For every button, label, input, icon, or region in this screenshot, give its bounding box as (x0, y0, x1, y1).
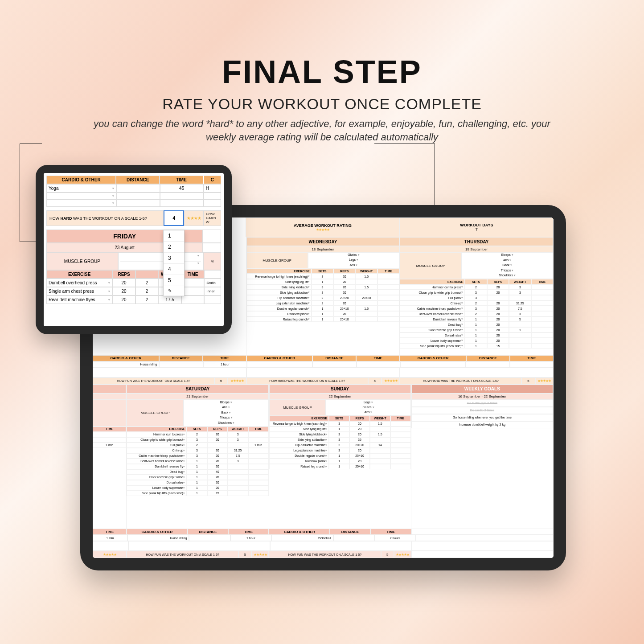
dropdown-option[interactable]: 5 (164, 275, 184, 286)
time-hdr: TIME (377, 268, 399, 274)
exercise-row[interactable]: Cable machine tricep pushdown ▾3207.5 (400, 306, 553, 311)
dropdown-option[interactable]: 4 (164, 264, 184, 275)
exercise-row[interactable]: Rear delt machine flyes▾ 20217.5 (46, 295, 221, 304)
exercise-partial: Inner (204, 287, 221, 295)
muscle-group[interactable]: Back ▾ (462, 263, 553, 268)
cardio-hdr: CARDIO & OTHER (46, 176, 116, 184)
hero-title: FINAL STEP (0, 53, 644, 90)
rating-stars: ★★★★★ (394, 551, 411, 558)
exercise-row[interactable]: Side plank hip lifts (each side) ▾115 (127, 491, 268, 496)
weight-hdr: WEIGHT (370, 416, 390, 421)
time-hdr: TIME (390, 416, 411, 421)
exercise-row[interactable]: Side lying adduction ▾320 (246, 290, 400, 295)
cardio-time[interactable]: 1 hour (203, 361, 247, 368)
exercise-row[interactable]: Dorsal raise ▾120 (400, 332, 553, 338)
cardio-item[interactable]: Horse riding (127, 535, 189, 541)
exercise-row[interactable]: Side plank hip lifts (each side) ▾115 (400, 343, 553, 349)
exercise-row[interactable]: Reverse lunge to high knee (each leg) ▾3… (246, 274, 400, 279)
muscle-group[interactable]: Abs ▾ (462, 258, 553, 263)
exercise-row[interactable]: Side lying leg lift ▾120 (246, 279, 400, 284)
muscle-group[interactable]: Legs ▾ (308, 258, 399, 263)
exercise-row[interactable]: Chin-up ▾22031.25 (400, 300, 553, 306)
cardio-time[interactable]: 2 hours (374, 535, 415, 541)
muscle-group[interactable]: Biceps ▾ (184, 400, 268, 406)
time-hdr: TIME (248, 427, 269, 432)
dropdown-edit[interactable]: ✎ (164, 286, 184, 296)
muscle-group[interactable]: Abs ▾ (184, 405, 268, 410)
muscle-group[interactable]: Shoulders ▾ (184, 421, 268, 426)
day-title: WEDNESDAY (246, 237, 400, 246)
cardio-item[interactable]: Yoga▾ (46, 184, 116, 193)
exercise-row[interactable]: Lower body superman ▾120 (127, 485, 268, 491)
rating-val[interactable]: 5 (381, 551, 394, 558)
dropdown-option[interactable]: 1 (164, 230, 184, 242)
exercise-row[interactable]: Hip adductor machine ▾220+2014 (269, 443, 411, 448)
exercise-row[interactable]: Dead bug ▾140 (127, 469, 268, 475)
exercise-row[interactable]: Hammer curl to press ▾2203 (400, 284, 553, 290)
exercise-row[interactable]: Side lying leg lift ▾120 (269, 427, 411, 432)
exercise-row[interactable]: Full plank ▾21 min (127, 443, 268, 448)
rating-val[interactable]: 5 (521, 377, 535, 385)
exercise-row[interactable]: Rainbow plank ▾120 (246, 311, 400, 316)
exercise-row[interactable]: Bent-over barbell reverse raise ▾1203 (127, 459, 268, 464)
goal-item[interactable]: Go to the gym 6 times (411, 400, 553, 407)
muscle-group[interactable]: Biceps ▾ (462, 253, 553, 258)
exercise-row[interactable]: Side lying adduction ▾335 (269, 437, 411, 443)
muscle-group-cells[interactable]: ▾ ▾ (118, 252, 203, 270)
time-hdr: TIME (356, 355, 400, 361)
exercise-row[interactable]: Leg extension machine ▾320 (269, 448, 411, 453)
exercise-row[interactable]: Double regular crunch ▾125+101.5 (246, 306, 400, 311)
exercise-row[interactable]: Hammer curl to press ▾2203 (127, 432, 268, 437)
exercise-row[interactable]: Chin-up ▾32031.25 (127, 448, 268, 453)
muscle-group[interactable]: Abs ▾ (326, 410, 410, 415)
muscle-group[interactable]: Triceps ▾ (184, 415, 268, 421)
exercise-row[interactable]: Leg extension machine ▾220 (246, 300, 400, 306)
rating-input[interactable]: 4 (164, 210, 184, 226)
exercise-row[interactable]: Floor reverse grip t raise ▾1201 (400, 327, 553, 332)
exercise-row[interactable]: Hip adductor machine ▾220+2020+20 (246, 295, 400, 300)
exercise-row[interactable]: Bent-over barbell reverse raise ▾2203 (400, 311, 553, 316)
rating-val[interactable]: 5 (238, 551, 251, 558)
rating-dropdown[interactable]: 1 2 3 4 5 ✎ (163, 230, 185, 296)
weight-hdr: WEIGHT (228, 427, 248, 432)
exercise-row[interactable]: Single arm chest press▾ 2027.5 Inner (46, 287, 221, 295)
exercise-row[interactable]: Dumbbell reverse fly ▾120 (127, 464, 268, 469)
dropdown-option[interactable]: 2 (164, 242, 184, 253)
rating-val[interactable]: 5 (368, 377, 381, 385)
exercise-row[interactable]: Dorsal raise ▾120 (127, 480, 268, 485)
exercise-row[interactable]: Lower body superman ▾120 (400, 338, 553, 343)
cardio-item[interactable]: Horse riding (93, 361, 159, 368)
exercise-row[interactable]: Raised leg crunch ▾120+10 (246, 316, 400, 322)
exercise-row[interactable]: Double regular crunch ▾125+10 (269, 453, 411, 459)
rating-q: HOW FUN WAS THE WORKOUT ON A SCALE 1-5? (93, 377, 214, 385)
exercise-row[interactable]: Side lying kickback ▾3201.5 (269, 432, 411, 437)
rating-val[interactable]: 5 (214, 377, 228, 385)
exercise-row[interactable]: Close-grip to wide-grip burnout ▾3203 (127, 437, 268, 443)
exercise-row[interactable]: Reverse lunge to high knee (each leg) ▾3… (269, 421, 411, 427)
exercise-row[interactable]: Side lying kickback ▾3201.5 (246, 284, 400, 290)
exercise-row[interactable]: Dumbell overhead press▾ 2022.5 Smith (46, 279, 221, 287)
goal-item[interactable]: Increase dumbbell weight by 2 kg (411, 421, 553, 428)
muscle-group[interactable]: Glutes ▾ (308, 253, 399, 258)
muscle-group[interactable]: Legs ▾ (326, 400, 410, 405)
exercise-row[interactable]: Rainbow plank ▾120 (269, 459, 411, 464)
muscle-group[interactable]: Back ▾ (184, 410, 268, 416)
exercise-row[interactable]: Dumbbell reverse fly ▾1205 (400, 316, 553, 322)
exercise-row[interactable]: Full plank ▾3 (400, 295, 553, 300)
rating-stars: ★★★★★ (381, 377, 400, 385)
cardio-time[interactable]: 45 (160, 184, 204, 193)
muscle-group[interactable]: Triceps ▾ (462, 268, 553, 274)
cardio-time[interactable]: 1 hour (230, 535, 271, 541)
exercise-row[interactable]: Dead bug ▾120 (400, 322, 553, 327)
muscle-group[interactable]: Abs ▾ (308, 263, 399, 268)
goal-item[interactable]: Do cardio 2 times (411, 407, 553, 414)
muscle-group[interactable]: Glutes ▾ (326, 405, 410, 410)
exercise-row[interactable]: Raised leg crunch ▾120+10 (269, 464, 411, 469)
exercise-row[interactable]: Floor reverse grip t raise ▾120 (127, 475, 268, 480)
exercise-row[interactable]: Cable machine tricep pushdown ▾3207.5 (127, 453, 268, 459)
dropdown-option[interactable]: 3 (164, 253, 184, 264)
goal-item[interactable]: Go horse riding whenever you get the tim… (411, 414, 553, 421)
exercise-row[interactable]: Close-grip to wide-grip burnout ▾3203 (400, 290, 553, 295)
muscle-group[interactable]: Shoulders ▾ (462, 273, 553, 279)
cardio-item[interactable]: Pickleball (271, 535, 333, 541)
